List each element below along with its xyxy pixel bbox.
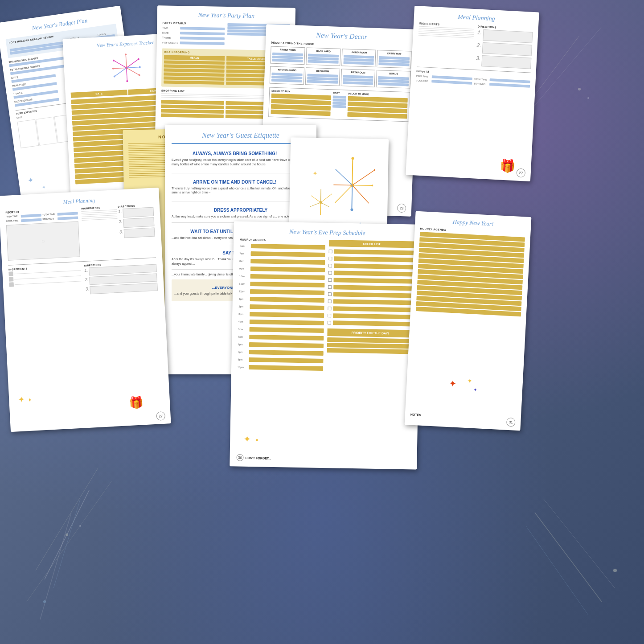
checklist-header: CHECK LIST	[329, 240, 414, 248]
gift-icon-bottom: 🎁	[128, 395, 144, 410]
checklist-item-7	[328, 291, 414, 299]
hour-2pm: 2pm	[238, 305, 250, 308]
hour-5pm: 5pm	[238, 328, 250, 331]
cook-time-bottom: COOK TIME	[6, 219, 20, 223]
firework-illustration	[108, 49, 145, 86]
svg-text:✦: ✦	[449, 378, 457, 389]
recipe-image-placeholder: □	[42, 239, 44, 243]
svg-point-44	[351, 157, 354, 160]
star-decoration-2: ✦	[42, 185, 46, 190]
party-details-header: PARTY DETAILS	[162, 22, 225, 25]
svg-line-41	[335, 185, 353, 203]
checklist-item-3	[328, 263, 414, 270]
front-yard: FRONT YARD	[272, 48, 303, 52]
date-label: DATE	[162, 32, 180, 35]
svg-point-33	[112, 68, 114, 70]
checklist-item-4	[328, 270, 414, 277]
meal-planning-top-page: Meal Planning INGREDIENTS DIRECTIONS 1. …	[406, 6, 539, 181]
servings-label: SERVINGS	[474, 82, 489, 86]
hourly-agenda-header: HOURLY AGENDA	[240, 238, 325, 242]
prep-schedule-page: New Year's Eve Prep Schedule HOURLY AGEN…	[230, 221, 421, 469]
hour-6am: 6am	[240, 245, 251, 247]
happy-new-year-title: Happy New Year!	[420, 217, 526, 229]
servings-bottom: SERVINGS	[42, 217, 57, 222]
etiquette-heading-1: ALWAYS, ALWAYS BRING SOMETHING!	[172, 151, 310, 156]
svg-line-54	[311, 196, 321, 202]
decor-plan-title: New Year's Decor	[271, 30, 412, 43]
svg-line-20	[126, 59, 139, 68]
checklist-item-9	[328, 305, 413, 313]
checklist-item-1	[329, 248, 414, 256]
decor-page-number: 23	[397, 204, 406, 213]
hour-7pm: 7pm	[238, 343, 249, 346]
svg-text:✦: ✦	[312, 170, 318, 177]
notes-hny: NOTES	[410, 413, 421, 417]
svg-line-51	[320, 202, 329, 207]
hour-3pm: 3pm	[238, 313, 250, 316]
svg-line-50	[321, 193, 332, 202]
checklist-item-5	[328, 277, 414, 284]
checklist-item-6	[328, 284, 414, 291]
svg-line-43	[335, 169, 353, 185]
kitchen-dining: KITCHEN•DINING	[272, 68, 303, 72]
svg-line-42	[333, 185, 352, 185]
date-label: DATE	[16, 116, 23, 119]
hour-11am: 11am	[239, 283, 250, 285]
priority-box: PRIORITY FOR THE DAY!	[327, 328, 413, 337]
svg-line-19	[126, 54, 127, 68]
date-header: DATE	[71, 90, 127, 98]
meal-planning-top-title: Meal Planning	[419, 12, 533, 25]
hour-10pm: 10pm	[238, 366, 249, 369]
svg-line-24	[114, 68, 127, 76]
checklist-item-2	[328, 255, 414, 263]
hour-7am: 7am	[240, 252, 251, 255]
etiquette-text-2: There is truly nothing worse than a gues…	[172, 186, 310, 195]
meal-planning-top-page-number: 27	[516, 168, 525, 177]
dont-forget-label: DON'T FORGET...	[246, 456, 271, 459]
star-decoration-1: ✦	[27, 176, 34, 185]
bedroom: BEDROOM	[307, 69, 338, 73]
time-label: TIME	[162, 27, 180, 30]
hour-10am: 10am	[239, 275, 250, 278]
star-prep-2: ✦	[254, 437, 259, 443]
hour-9am: 9am	[239, 267, 250, 270]
guest-etiquette-title: New Year's Guest Etiquette	[172, 131, 310, 139]
hny-page-number: 31	[506, 418, 516, 427]
total-time-label: TOTAL TIME	[474, 78, 490, 81]
star-deco-meal2: ✦	[27, 397, 32, 403]
prep-schedule-title: New Year's Eve Prep Schedule	[240, 228, 414, 238]
bonus: BONUS	[378, 72, 409, 75]
svg-line-53	[310, 202, 320, 207]
svg-line-36	[352, 159, 353, 185]
total-time-bottom: TOTAL TIME	[42, 213, 57, 217]
svg-text:✦: ✦	[467, 377, 473, 385]
svg-text:✦: ✦	[473, 387, 477, 392]
meal-planning-bottom-page: Meal Planning RECIPE #1 PREP TIME TOTAL …	[0, 188, 171, 432]
hour-9pm: 9pm	[238, 358, 249, 361]
hour-8am: 8am	[239, 260, 250, 263]
guests-label: # OF GUESTS	[162, 41, 180, 45]
svg-line-25	[113, 68, 127, 69]
svg-line-40	[352, 185, 352, 210]
svg-line-37	[352, 170, 375, 186]
svg-line-39	[352, 185, 369, 204]
prep-time-bottom: PREP TIME	[6, 214, 20, 219]
svg-point-31	[126, 80, 128, 82]
meal-planning-bottom-number: 27	[156, 411, 165, 421]
svg-point-47	[350, 208, 353, 211]
entry-way: ENTRY WAY	[379, 52, 410, 55]
cook-time-label: COOK TIME	[416, 79, 431, 82]
svg-line-22	[127, 67, 139, 76]
etiquette-heading-2: ARRIVE ON TIME AND DON'T CANCEL!	[172, 180, 310, 185]
checklist-item-11	[328, 320, 413, 327]
theme-label: THEME	[162, 37, 180, 40]
prep-time-label: PREP TIME	[416, 74, 432, 78]
svg-point-46	[371, 185, 373, 186]
star-prep-1: ✦	[243, 434, 251, 444]
cost-header: COST	[333, 92, 346, 95]
hour-4pm: 4pm	[238, 320, 250, 323]
checklist-item-8	[328, 298, 414, 306]
page-num-30: 30	[236, 454, 243, 461]
party-plan-title: New Year's Party Plan	[163, 11, 290, 21]
living-room: LIVING ROOM	[344, 50, 374, 54]
